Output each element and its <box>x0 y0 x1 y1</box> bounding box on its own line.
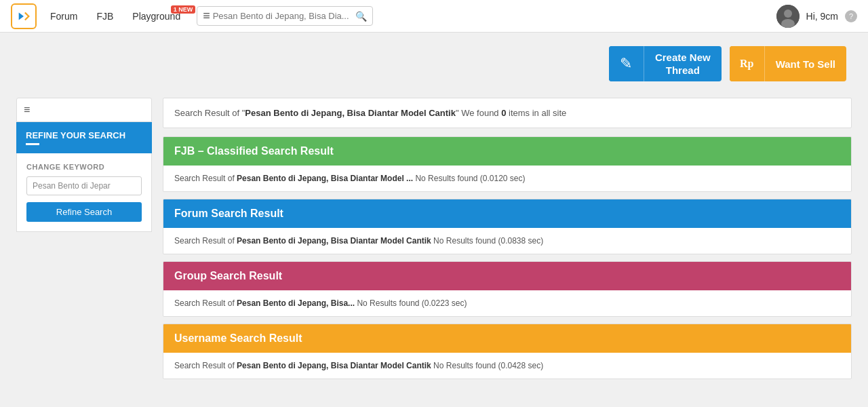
fjb-section-body: Search Result of Pesan Bento di Jepang, … <box>163 166 851 191</box>
username-section-header: Username Search Result <box>163 324 851 353</box>
user-greeting: Hi, 9cm <box>806 11 838 22</box>
sidebar: ≡ REFINE YOUR SEARCH CHANGE KEYWORD Refi… <box>16 98 152 386</box>
want-to-sell-button[interactable]: Rp Want To Sell <box>730 46 846 81</box>
group-section-body: Search Result of Pesan Bento di Jepang, … <box>163 290 851 316</box>
summary-end: items in all site <box>506 108 566 118</box>
group-section: Group Search Result Search Result of Pes… <box>163 261 852 317</box>
username-section: Username Search Result Search Result of … <box>163 324 852 379</box>
username-body-query: Pesan Bento di Jepang, Bisa Diantar Mode… <box>237 361 431 370</box>
results-area: Search Result of "Pesan Bento di Jepang,… <box>163 98 852 386</box>
fjb-section: FJB – Classified Search Result Search Re… <box>163 136 852 192</box>
create-thread-label: Create NewThread <box>644 51 722 77</box>
navbar-right: Hi, 9cm ? <box>776 5 857 28</box>
forum-no-results: No Results found (0.0838 sec) <box>431 236 543 246</box>
summary-prefix: Search Result of " <box>174 108 245 118</box>
group-no-results: No Results found (0.0223 sec) <box>355 298 467 308</box>
forum-section: Forum Search Result Search Result of Pes… <box>163 199 852 254</box>
group-body-query: Pesan Bento di Jepang, Bisa... <box>237 298 355 308</box>
group-section-header: Group Search Result <box>163 262 851 290</box>
nav-fjb[interactable]: FJB <box>96 11 113 22</box>
username-body-prefix: Search Result of <box>174 361 237 370</box>
action-buttons: ✎ Create NewThread Rp Want To Sell <box>16 46 846 81</box>
summary-query: Pesan Bento di Jepang, Bisa Diantar Mode… <box>245 108 456 118</box>
username-section-body: Search Result of Pesan Bento di Jepang, … <box>163 353 851 379</box>
navbar: Forum FJB Playground 1 NEW ≡ 🔍 Hi, 9cm ? <box>0 0 868 33</box>
fjb-section-header: FJB – Classified Search Result <box>163 137 851 166</box>
group-body-prefix: Search Result of <box>174 298 237 308</box>
svg-point-1 <box>784 9 792 18</box>
create-thread-icon: ✎ <box>609 46 644 81</box>
keyword-input[interactable] <box>26 176 142 195</box>
forum-body-query: Pesan Bento di Jepang, Bisa Diantar Mode… <box>237 236 431 246</box>
create-thread-button[interactable]: ✎ Create NewThread <box>609 46 722 81</box>
new-badge: 1 NEW <box>171 5 196 14</box>
forum-body-prefix: Search Result of <box>174 236 237 246</box>
summary-suffix: " We found <box>456 108 501 118</box>
help-icon[interactable]: ? <box>845 10 857 22</box>
menu-icon[interactable]: ≡ <box>203 9 210 23</box>
summary-bar: Search Result of "Pesan Bento di Jepang,… <box>163 98 852 128</box>
nav-forum[interactable]: Forum <box>50 11 77 22</box>
main-content: ✎ Create NewThread Rp Want To Sell ≡ REF… <box>0 33 868 400</box>
layout: ≡ REFINE YOUR SEARCH CHANGE KEYWORD Refi… <box>16 98 852 386</box>
fjb-no-results: No Results found (0.0120 sec) <box>413 174 525 183</box>
search-input[interactable] <box>213 7 355 25</box>
refine-search-button[interactable]: Refine Search <box>26 202 142 222</box>
sell-label: Want To Sell <box>765 58 846 70</box>
change-keyword-label: CHANGE KEYWORD <box>26 163 142 171</box>
sidebar-hamburger[interactable]: ≡ <box>16 98 152 122</box>
search-icon[interactable]: 🔍 <box>355 11 367 22</box>
nav-playground-wrap: Playground 1 NEW <box>132 11 180 22</box>
forum-section-body: Search Result of Pesan Bento di Jepang, … <box>163 228 851 254</box>
fjb-body-prefix: Search Result of <box>174 174 237 183</box>
site-logo[interactable] <box>11 3 37 29</box>
sell-icon: Rp <box>730 46 765 81</box>
username-no-results: No Results found (0.0428 sec) <box>431 361 543 370</box>
avatar[interactable] <box>776 5 800 28</box>
refine-header[interactable]: REFINE YOUR SEARCH <box>16 122 152 153</box>
forum-section-header: Forum Search Result <box>163 199 851 228</box>
sidebar-body: CHANGE KEYWORD Refine Search <box>16 153 152 232</box>
nav-links: Forum FJB Playground 1 NEW <box>50 11 180 22</box>
fjb-body-query: Pesan Bento di Jepang, Bisa Diantar Mode… <box>237 174 413 183</box>
search-bar: ≡ 🔍 <box>197 6 373 26</box>
